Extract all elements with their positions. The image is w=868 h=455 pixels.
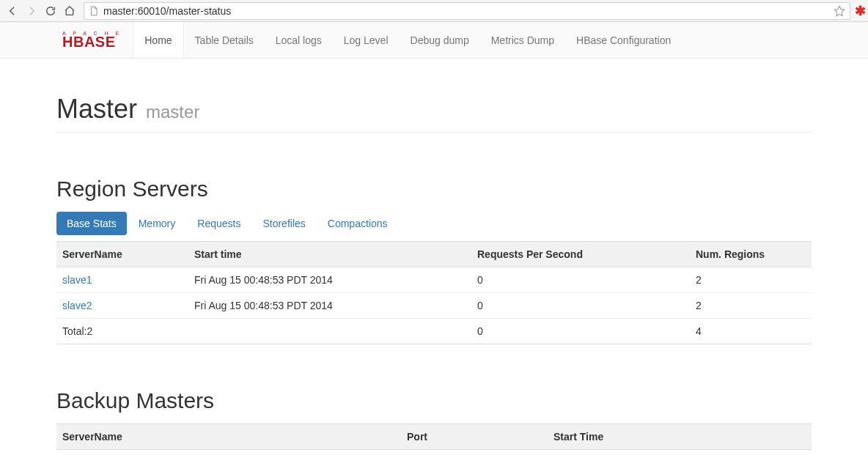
tab-storefiles[interactable]: Storefiles xyxy=(252,212,315,235)
page-subtitle: master xyxy=(146,102,199,122)
cell-total-regions: 4 xyxy=(690,319,812,344)
region-servers-tabs: Base StatsMemoryRequestsStorefilesCompac… xyxy=(56,212,812,235)
nav-items: HomeTable DetailsLocal logsLog LevelDebu… xyxy=(133,22,682,58)
url-text: master:60010/master-status xyxy=(103,5,829,17)
region-servers-tbody: slave1Fri Aug 15 00:48:53 PDT 201402slav… xyxy=(56,267,812,344)
table-row: slave1Fri Aug 15 00:48:53 PDT 201402 xyxy=(56,267,812,293)
nav-item-metrics-dump[interactable]: Metrics Dump xyxy=(480,22,565,58)
nav-item-home[interactable]: Home xyxy=(133,22,183,58)
th-bm-port: Port xyxy=(401,424,548,450)
nav-item-local-logs[interactable]: Local logs xyxy=(265,22,333,58)
extension-icon[interactable]: ✱ xyxy=(856,0,864,22)
th-starttime: Start time xyxy=(188,242,471,267)
tab-base-stats[interactable]: Base Stats xyxy=(56,212,127,235)
cell-total-rps: 0 xyxy=(471,319,690,344)
cell-rps: 0 xyxy=(471,293,690,319)
page-header: Master master xyxy=(56,94,812,133)
nav-item-table-details[interactable]: Table Details xyxy=(184,22,265,58)
th-rps: Requests Per Second xyxy=(471,242,690,267)
cell-regions: 2 xyxy=(690,267,812,293)
backup-total: Total:0 xyxy=(56,450,812,456)
th-numregions: Num. Regions xyxy=(690,242,812,267)
cell-rps: 0 xyxy=(471,267,690,293)
region-servers-table: ServerName Start time Requests Per Secon… xyxy=(56,241,812,344)
cell-total: Total:2 xyxy=(56,319,188,344)
nav-item-log-level[interactable]: Log Level xyxy=(333,22,400,58)
back-button[interactable] xyxy=(4,3,21,19)
table-row: Total:204 xyxy=(56,319,812,344)
cell-regions: 2 xyxy=(690,293,812,319)
nav-item-hbase-configuration[interactable]: HBase Configuration xyxy=(565,22,682,58)
url-bar[interactable]: master:60010/master-status xyxy=(84,2,850,20)
navbar: A P A C H E HBASE HomeTable DetailsLocal… xyxy=(0,22,868,59)
page-icon xyxy=(89,6,99,16)
server-link-slave1[interactable]: slave1 xyxy=(62,274,92,286)
nav-item-debug-dump[interactable]: Debug dump xyxy=(400,22,480,58)
browser-chrome: master:60010/master-status ✱ xyxy=(0,0,868,22)
backup-masters-table: ServerName Port Start Time Total:0 xyxy=(56,423,812,455)
brand-main-text: HBASE xyxy=(62,34,116,50)
th-bm-servername: ServerName xyxy=(56,424,401,450)
tab-memory[interactable]: Memory xyxy=(128,212,186,235)
tab-compactions[interactable]: Compactions xyxy=(317,212,398,235)
forward-button[interactable] xyxy=(23,3,40,19)
cell-start: Fri Aug 15 00:48:53 PDT 2014 xyxy=(188,267,471,293)
server-link-slave2[interactable]: slave2 xyxy=(62,300,92,311)
page-title: Master xyxy=(56,94,137,125)
brand-logo[interactable]: A P A C H E HBASE xyxy=(62,22,133,58)
table-row: slave2Fri Aug 15 00:48:53 PDT 201402 xyxy=(56,293,812,319)
home-button[interactable] xyxy=(62,3,78,19)
cell-start: Fri Aug 15 00:48:53 PDT 2014 xyxy=(188,293,471,319)
th-bm-starttime: Start Time xyxy=(548,424,812,450)
th-servername: ServerName xyxy=(56,242,188,267)
region-servers-heading: Region Servers xyxy=(56,177,812,201)
reload-button[interactable] xyxy=(43,3,59,19)
tab-requests[interactable]: Requests xyxy=(187,212,251,235)
backup-masters-heading: Backup Masters xyxy=(56,388,812,413)
bookmark-star-icon[interactable] xyxy=(834,5,845,17)
table-row: Total:0 xyxy=(56,450,812,456)
